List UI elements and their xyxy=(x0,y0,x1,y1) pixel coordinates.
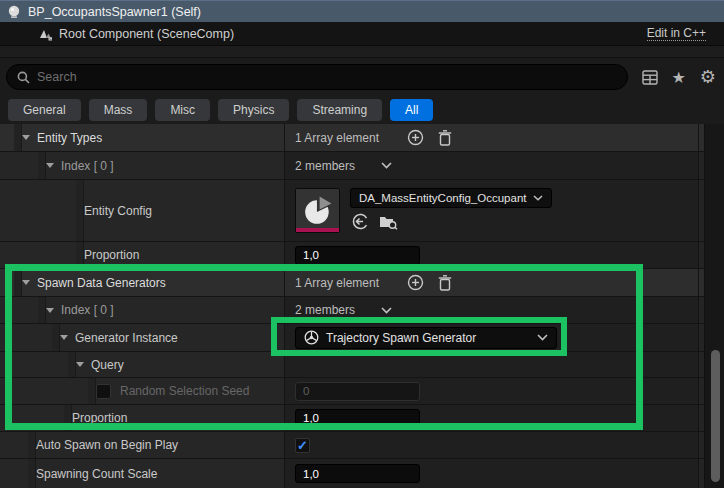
component-title: BP_OccupantsSpawner1 (Self) xyxy=(28,5,201,19)
members-count-label: 2 members xyxy=(295,159,355,173)
proportion-label: Proportion xyxy=(84,248,139,262)
expander-arrow[interactable] xyxy=(60,335,68,340)
category-tabs: General Mass Misc Physics Streaming All xyxy=(0,96,724,124)
row-generator-instance[interactable]: Generator Instance Trajectory Spawn Gene… xyxy=(0,324,724,352)
members-dropdown-chevron-icon[interactable] xyxy=(381,162,392,169)
row-entity-index-0[interactable]: Index [ 0 ] 2 members xyxy=(0,152,724,180)
proportion-input[interactable] xyxy=(295,409,420,428)
spawning-count-scale-input[interactable] xyxy=(295,464,420,483)
row-random-selection-seed[interactable]: Random Selection Seed xyxy=(0,378,724,405)
actor-icon xyxy=(6,4,22,20)
expander-arrow[interactable] xyxy=(22,135,30,140)
row-entity-config[interactable]: Entity Config DA_MassEntityConfig xyxy=(0,180,724,242)
browse-to-asset-icon[interactable] xyxy=(379,214,398,230)
row-spawn-index-0[interactable]: Index [ 0 ] 2 members ↩ xyxy=(0,297,724,324)
display-options-icon[interactable] xyxy=(642,70,658,85)
entity-config-label: Entity Config xyxy=(84,204,152,218)
row-spawn-data-generators[interactable]: Spawn Data Generators 1 Array element xyxy=(0,269,724,297)
index-label: Index [ 0 ] xyxy=(61,303,114,317)
scrollbar-thumb[interactable] xyxy=(711,350,720,482)
expander-arrow[interactable] xyxy=(76,362,84,367)
generator-name: Trajectory Spawn Generator xyxy=(326,331,476,345)
row-entity-proportion[interactable]: Proportion xyxy=(0,242,724,269)
search-input[interactable] xyxy=(37,70,617,84)
random-selection-seed-input[interactable] xyxy=(295,382,420,401)
proportion-input[interactable] xyxy=(295,246,420,265)
auto-spawn-checkbox[interactable]: ✓ xyxy=(295,438,310,453)
svg-text:C: C xyxy=(49,37,52,41)
chevron-down-icon xyxy=(537,334,548,341)
favorites-star-icon[interactable]: ★ xyxy=(672,68,686,87)
members-dropdown-chevron-icon[interactable] xyxy=(381,307,392,314)
auto-spawn-label: Auto Spawn on Begin Play xyxy=(36,438,178,452)
settings-gear-icon[interactable]: ⚙ xyxy=(700,66,716,88)
override-checkbox[interactable] xyxy=(96,384,111,399)
query-label: Query xyxy=(91,358,124,372)
row-spawn-proportion[interactable]: Proportion xyxy=(0,405,724,432)
entity-types-label: Entity Types xyxy=(37,131,102,145)
add-array-element-icon[interactable] xyxy=(407,274,424,291)
use-selected-asset-icon[interactable] xyxy=(352,213,369,230)
asset-color-bar xyxy=(296,228,339,232)
array-count-label: 1 Array element xyxy=(295,131,379,145)
edit-in-cpp-link[interactable]: Edit in C++ xyxy=(647,26,706,41)
generator-instance-label: Generator Instance xyxy=(75,331,178,345)
row-spawning-count-scale[interactable]: Spawning Count Scale xyxy=(0,459,724,488)
component-row-root[interactable]: C Root Component (SceneComp) Edit in C++ xyxy=(0,22,724,46)
delete-array-elements-icon[interactable] xyxy=(438,130,452,146)
proportion-label: Proportion xyxy=(72,411,127,425)
scrollbar-track[interactable] xyxy=(704,124,724,488)
asset-thumbnail[interactable] xyxy=(295,188,340,233)
index-label: Index [ 0 ] xyxy=(61,159,114,173)
divider xyxy=(0,46,724,58)
tab-mass[interactable]: Mass xyxy=(89,99,148,121)
check-icon: ✓ xyxy=(297,439,308,452)
random-selection-seed-label: Random Selection Seed xyxy=(120,384,249,398)
expander-arrow[interactable] xyxy=(46,308,54,313)
spawning-count-scale-label: Spawning Count Scale xyxy=(36,467,157,481)
expander-arrow[interactable] xyxy=(22,280,30,285)
generator-instance-dropdown[interactable]: Trajectory Spawn Generator xyxy=(295,327,557,349)
expander-arrow[interactable] xyxy=(46,163,54,168)
chevron-down-icon xyxy=(533,195,543,201)
search-toolbar: ★ ⚙ xyxy=(0,58,724,96)
tab-general[interactable]: General xyxy=(8,99,81,121)
class-wheel-icon xyxy=(304,330,319,345)
tab-misc[interactable]: Misc xyxy=(155,99,210,121)
scene-component-icon: C xyxy=(38,27,53,41)
row-query[interactable]: Query xyxy=(0,352,724,378)
array-count-label: 1 Array element xyxy=(295,276,379,290)
search-icon xyxy=(17,71,30,84)
delete-array-elements-icon[interactable] xyxy=(438,275,452,291)
pie-chart-thumbnail-icon xyxy=(303,196,333,226)
component-row-self[interactable]: BP_OccupantsSpawner1 (Self) xyxy=(0,0,724,22)
tab-all[interactable]: All xyxy=(390,99,433,121)
tab-physics[interactable]: Physics xyxy=(218,99,289,121)
members-count-label: 2 members xyxy=(295,303,355,317)
root-component-label: Root Component (SceneComp) xyxy=(59,27,234,41)
row-entity-types[interactable]: Entity Types 1 Array element xyxy=(0,124,724,152)
property-grid: Entity Types 1 Array element xyxy=(0,124,724,488)
asset-name: DA_MassEntityConfig_Occupant xyxy=(359,192,526,204)
spawn-data-generators-label: Spawn Data Generators xyxy=(37,276,166,290)
tab-streaming[interactable]: Streaming xyxy=(297,99,382,121)
search-box[interactable] xyxy=(6,64,628,90)
entity-config-asset-dropdown[interactable]: DA_MassEntityConfig_Occupant xyxy=(350,188,552,208)
add-array-element-icon[interactable] xyxy=(407,129,424,146)
details-panel: BP_OccupantsSpawner1 (Self) C Root Compo… xyxy=(0,0,724,488)
row-auto-spawn-on-begin-play[interactable]: Auto Spawn on Begin Play ✓ xyxy=(0,432,724,459)
